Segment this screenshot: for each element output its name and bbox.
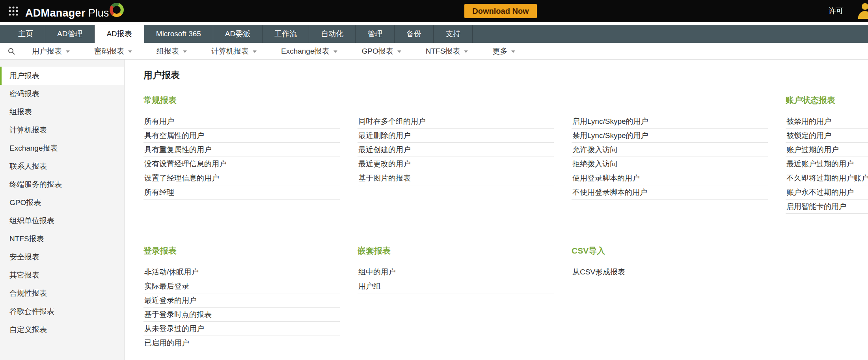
report-link[interactable]: 被禁用的用户	[786, 114, 868, 129]
report-link[interactable]: 设置了经理信息的用户	[143, 171, 340, 185]
content-area: 用户报表 密码报表 组报表 计算机报表 Exchange报表 联系人报表 终	[0, 60, 868, 360]
report-link[interactable]: 最近登录的用户	[143, 293, 340, 308]
report-link[interactable]: 实际最后登录	[143, 279, 340, 293]
sidebar-item[interactable]: GPO报表	[0, 194, 124, 212]
report-link[interactable]: 账户过期的用户	[786, 143, 868, 157]
sidebar-item[interactable]: 联系人报表	[0, 157, 124, 175]
nav-tab[interactable]: 支持	[434, 25, 473, 43]
report-link[interactable]: 所有用户	[143, 114, 340, 129]
report-link[interactable]: 允许拨入访问	[572, 143, 768, 157]
nav-tab[interactable]: AD报表	[95, 25, 144, 43]
report-link[interactable]: 基于图片的报表	[358, 171, 554, 185]
report-link[interactable]: 组中的用户	[358, 265, 554, 279]
section-heading: 登录报表	[143, 245, 340, 257]
report-link[interactable]: 最近创建的用户	[358, 143, 554, 157]
report-link[interactable]: 账户永不过期的用户	[786, 185, 868, 200]
report-menu-dropdown[interactable]: 计算机报表	[199, 43, 269, 59]
report-menu-dropdown[interactable]: 组报表	[144, 43, 199, 59]
report-link[interactable]: 使用登录脚本的用户	[572, 171, 768, 185]
user-avatar-icon[interactable]	[857, 2, 868, 20]
nav-tab[interactable]: 工作流	[263, 25, 309, 43]
report-menu-label: 组报表	[156, 46, 179, 56]
main-content: 用户报表 常规报表 所有用户 具有空属性的用户 具有重复属性的用户 没有设置经理…	[125, 60, 868, 360]
report-menu-dropdown[interactable]: NTFS报表	[414, 43, 481, 59]
nav-tab-label: AD委派	[225, 29, 250, 39]
report-menu-dropdown[interactable]: GPO报表	[350, 43, 414, 59]
report-link[interactable]: 启用Lync/Skype的用户	[572, 114, 768, 129]
sidebar-item[interactable]: Exchange报表	[0, 139, 124, 157]
chevron-down-icon	[511, 50, 515, 53]
sidebar-item-label: GPO报表	[9, 198, 41, 208]
report-menu-dropdown[interactable]: 密码报表	[82, 43, 144, 59]
nav-tab[interactable]: AD委派	[213, 25, 263, 43]
search-button[interactable]	[3, 43, 20, 59]
report-menu-label: GPO报表	[362, 46, 393, 56]
nav-tab-label: 主页	[18, 29, 33, 39]
sidebar-item[interactable]: 组报表	[0, 103, 124, 121]
report-link[interactable]: 启用智能卡的用户	[786, 200, 868, 214]
manageengine-swirl-icon	[110, 3, 124, 17]
sidebar-item-label: 安全报表	[9, 252, 39, 262]
sidebar: 用户报表 密码报表 组报表 计算机报表 Exchange报表 联系人报表 终	[0, 60, 125, 360]
sidebar-item[interactable]: 密码报表	[0, 85, 124, 103]
admanager-logo[interactable]: ADManager Plus	[25, 3, 124, 19]
sidebar-item[interactable]: 合规性报表	[0, 284, 124, 302]
reports-menu-bar: 用户报表 密码报表 组报表 计算机报表 Exchange报表 GPO报表 NTF…	[0, 43, 868, 60]
sidebar-item[interactable]: 用户报表	[0, 67, 124, 85]
nav-tab[interactable]: 自动化	[309, 25, 356, 43]
sidebar-item[interactable]: 组织单位报表	[0, 212, 124, 230]
sidebar-item[interactable]: 自定义报表	[0, 321, 124, 339]
sidebar-item[interactable]: 安全报表	[0, 248, 124, 266]
report-menu-dropdown[interactable]: 更多	[480, 43, 527, 59]
report-link[interactable]: 具有重复属性的用户	[143, 143, 340, 157]
report-link[interactable]: 最近账户过期的用户	[786, 157, 868, 171]
report-menu-label: Exchange报表	[281, 46, 330, 56]
apps-grid-icon[interactable]	[8, 6, 19, 17]
report-link[interactable]: 已启用的用户	[143, 336, 340, 350]
nav-tab[interactable]: 主页	[6, 25, 45, 43]
report-link[interactable]: 被锁定的用户	[786, 129, 868, 143]
sidebar-item-label: Exchange报表	[9, 143, 58, 153]
sidebar-item[interactable]: 终端服务的报表	[0, 175, 124, 194]
nav-tab[interactable]: Microsoft 365	[144, 25, 213, 43]
chevron-down-icon	[397, 50, 401, 53]
report-link[interactable]: 同时在多个组的用户	[358, 114, 554, 129]
sidebar-item[interactable]: 其它报表	[0, 266, 124, 284]
report-link[interactable]: 拒绝拨入访问	[572, 157, 768, 171]
report-link[interactable]: 具有空属性的用户	[143, 129, 340, 143]
report-link[interactable]: 没有设置经理信息的用户	[143, 157, 340, 171]
report-link[interactable]: 非活动/休眠用户	[143, 265, 340, 279]
sidebar-item-label: 谷歌套件报表	[9, 306, 54, 317]
nav-tab[interactable]: 备份	[395, 25, 434, 43]
license-link[interactable]: 许可	[829, 6, 844, 16]
report-section: 启用Lync/Skype的用户 禁用Lync/Skype的用户 允许拨入访问 拒…	[572, 95, 768, 214]
nav-tab[interactable]: AD管理	[45, 25, 95, 43]
header-divider	[0, 22, 868, 25]
section-heading	[572, 95, 768, 106]
report-link[interactable]: 基于登录时点的报表	[143, 308, 340, 322]
report-link[interactable]: 从CSV形成报表	[572, 265, 768, 279]
sidebar-item[interactable]: 计算机报表	[0, 121, 124, 139]
report-link[interactable]: 所有经理	[143, 185, 340, 200]
chevron-down-icon	[66, 50, 70, 53]
report-link[interactable]: 禁用Lync/Skype的用户	[572, 129, 768, 143]
sidebar-item[interactable]: 谷歌套件报表	[0, 302, 124, 321]
report-menu-dropdown[interactable]: Exchange报表	[269, 43, 350, 59]
report-menu-dropdown[interactable]: 用户报表	[20, 43, 82, 59]
download-now-button[interactable]: Download Now	[464, 4, 537, 18]
report-menu-label: 密码报表	[94, 46, 124, 56]
report-link[interactable]: 最近删除的用户	[358, 129, 554, 143]
report-link[interactable]: 不使用登录脚本的用户	[572, 185, 768, 200]
report-menu-label: 更多	[492, 46, 507, 56]
report-section: 账户状态报表 被禁用的用户 被锁定的用户 账户过期的用户 最近账户过期的用户 不…	[786, 95, 868, 214]
nav-tab-label: Microsoft 365	[156, 30, 201, 38]
report-menu-label: 用户报表	[32, 46, 62, 56]
report-link[interactable]: 不久即将过期的用户账户	[786, 171, 868, 185]
sidebar-item[interactable]: NTFS报表	[0, 230, 124, 248]
chevron-down-icon	[183, 50, 187, 53]
search-icon	[7, 47, 15, 55]
report-link[interactable]: 用户组	[358, 279, 554, 293]
report-link[interactable]: 从未登录过的用户	[143, 322, 340, 336]
nav-tab[interactable]: 管理	[356, 25, 395, 43]
report-link[interactable]: 最近更改的用户	[358, 157, 554, 171]
